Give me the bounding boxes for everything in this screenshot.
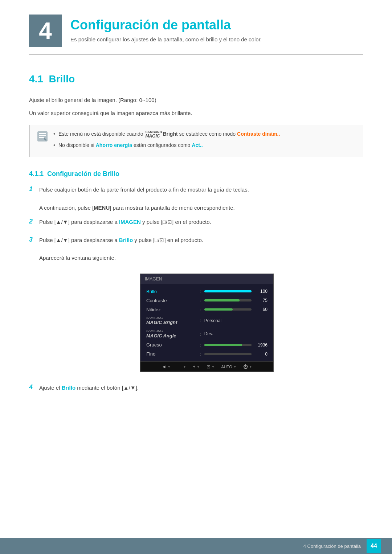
menu-label-magic-bright: SAMSUNG MAGIC Bright xyxy=(146,316,197,325)
btn-icon-enter: ⊡ xyxy=(207,364,211,369)
menu-row-brillo: Brillo : 100 xyxy=(140,287,273,296)
svg-rect-3 xyxy=(39,137,44,138)
bar-track-brillo xyxy=(204,290,252,292)
menu-val-brillo: 100 xyxy=(254,289,268,294)
menu-val-fino: 0 xyxy=(254,352,268,357)
intro-line2: Un valor superior conseguirá que la imag… xyxy=(29,109,363,118)
menu-row-contraste: Contraste : 75 xyxy=(140,296,273,305)
menu-val-contraste: 75 xyxy=(254,298,268,303)
step-2-text: Pulse [▲/▼] para desplazarse a IMAGEN y … xyxy=(39,217,363,227)
monitor-container: IMAGEN Brillo : 100 Contraste xyxy=(51,274,363,373)
monitor-frame: IMAGEN Brillo : 100 Contraste xyxy=(140,274,274,373)
bar-track-grueso xyxy=(204,344,252,346)
menu-value-bar-brillo: 100 xyxy=(204,289,268,294)
note-box: Este menú no está disponible cuando SAMS… xyxy=(29,125,363,157)
step-2: 2 Pulse [▲/▼] para desplazarse a IMAGEN … xyxy=(29,217,363,229)
bar-track-fino xyxy=(204,353,252,355)
bottom-btn-minus: — ▼ xyxy=(177,364,186,369)
monitor-bottombar: ◄ ▼ — ▼ + ▼ ⊡ ▼ AUTO ▼ xyxy=(140,361,273,372)
btn-icon-auto: AUTO xyxy=(221,365,232,369)
subsection-411-title: 4.1.1 Configuración de Brillo xyxy=(29,170,363,178)
menu-row-magic-angle: SAMSUNG MAGIC Angle : Des. xyxy=(140,327,273,340)
btn-icon-minus: — xyxy=(177,364,182,369)
step-4-number: 4 xyxy=(29,383,39,391)
bottom-btn-auto: AUTO ▼ xyxy=(221,364,236,369)
menu-val-magic-bright: Personal xyxy=(204,318,221,323)
step-1: 1 Pulse cualquier botón de la parte fron… xyxy=(29,185,363,197)
svg-rect-2 xyxy=(39,135,46,136)
menu-val-nitidez: 60 xyxy=(254,307,268,312)
btn-icon-power: ⏻ xyxy=(243,364,248,369)
menu-label-contraste: Contraste xyxy=(146,298,197,303)
monitor-content: Brillo : 100 Contraste : xyxy=(140,284,273,362)
bottom-btn-enter: ⊡ ▼ xyxy=(207,364,215,369)
step-4-text: Ajuste el Brillo mediante el botón [▲/▼]… xyxy=(39,383,363,393)
chapter-description: Es posible configurar los ajustes de la … xyxy=(70,36,262,42)
bar-track-nitidez xyxy=(204,308,252,311)
step-1-number: 1 xyxy=(29,185,39,193)
bar-fill-grueso xyxy=(204,344,242,346)
step-1-text: Pulse cualquier botón de la parte fronta… xyxy=(39,185,363,194)
note-icon xyxy=(37,131,48,142)
menu-value-bar-contraste: 75 xyxy=(204,298,268,303)
step-2-content: Pulse [▲/▼] para desplazarse a IMAGEN y … xyxy=(39,217,363,229)
svg-rect-1 xyxy=(39,133,46,134)
section-41-title: 4.1 Brillo xyxy=(29,73,363,85)
menu-label-magic-angle: SAMSUNG MAGIC Angle xyxy=(146,329,197,338)
bottom-btn-left: ◄ ▼ xyxy=(162,364,171,369)
note-content: Este menú no está disponible cuando SAMS… xyxy=(53,130,280,152)
step-3: 3 Pulse [▲/▼] para desplazarse a Brillo … xyxy=(29,235,363,247)
menu-label-brillo: Brillo xyxy=(146,289,197,294)
monitor-titlebar: IMAGEN xyxy=(140,274,273,284)
note-item-1: Este menú no está disponible cuando SAMS… xyxy=(53,130,280,138)
step-3-content: Pulse [▲/▼] para desplazarse a Brillo y … xyxy=(39,235,363,247)
bar-fill-nitidez xyxy=(204,308,233,311)
step-4: 4 Ajuste el Brillo mediante el botón [▲/… xyxy=(29,383,363,395)
menu-val-magic-angle: Des. xyxy=(204,331,213,336)
step-3-number: 3 xyxy=(29,236,39,243)
menu-val-grueso: 1936 xyxy=(254,342,268,348)
samsung-magic-bright-brand: SAMSUNGMAGIC xyxy=(145,131,162,138)
step-3-sub: Aparecerá la ventana siguiente. xyxy=(39,253,363,263)
step-4-content: Ajuste el Brillo mediante el botón [▲/▼]… xyxy=(39,383,363,395)
page-footer: 4 Configuración de pantalla 44 xyxy=(0,538,392,554)
chapter-number: 4 xyxy=(29,15,62,47)
menu-value-bar-grueso: 1936 xyxy=(204,342,268,348)
menu-row-grueso: Grueso : 1936 xyxy=(140,340,273,349)
step-3-text: Pulse [▲/▼] para desplazarse a Brillo y … xyxy=(39,235,363,245)
bottom-btn-power: ⏻ ▼ xyxy=(243,364,252,369)
page-wrapper: 4 Configuración de pantalla Es posible c… xyxy=(0,0,392,554)
menu-value-bar-fino: 0 xyxy=(204,352,268,357)
intro-line1: Ajuste el brillo general de la imagen. (… xyxy=(29,96,363,104)
note-item-2: No disponible si Ahorro energía están co… xyxy=(53,141,280,149)
section-intro: Ajuste el brillo general de la imagen. (… xyxy=(29,96,363,118)
bottom-btn-plus: + ▼ xyxy=(193,364,200,369)
step-1-content: Pulse cualquier botón de la parte fronta… xyxy=(39,185,363,197)
step-2-number: 2 xyxy=(29,218,39,225)
bar-fill-brillo xyxy=(204,290,252,292)
chapter-header: 4 Configuración de pantalla Es posible c… xyxy=(29,15,363,55)
menu-row-nitidez: Nitidez : 60 xyxy=(140,305,273,314)
bar-track-contraste xyxy=(204,299,252,301)
chapter-title: Configuración de pantalla xyxy=(70,17,262,33)
chapter-title-block: Configuración de pantalla Es posible con… xyxy=(70,15,262,42)
menu-label-grueso: Grueso xyxy=(146,342,197,348)
btn-icon-left: ◄ xyxy=(162,364,166,369)
bar-fill-contraste xyxy=(204,299,240,301)
footer-text: 4 Configuración de pantalla xyxy=(303,543,361,549)
step-1-sub: A continuación, pulse [MENU] para mostra… xyxy=(39,203,363,213)
menu-row-magic-bright: SAMSUNG MAGIC Bright : Personal xyxy=(140,314,273,327)
menu-row-fino: Fino : 0 xyxy=(140,349,273,358)
menu-value-bar-nitidez: 60 xyxy=(204,307,268,312)
menu-label-fino: Fino xyxy=(146,351,197,357)
footer-page-number: 44 xyxy=(367,539,381,553)
btn-icon-plus: + xyxy=(193,364,196,369)
menu-label-nitidez: Nitidez xyxy=(146,307,197,312)
